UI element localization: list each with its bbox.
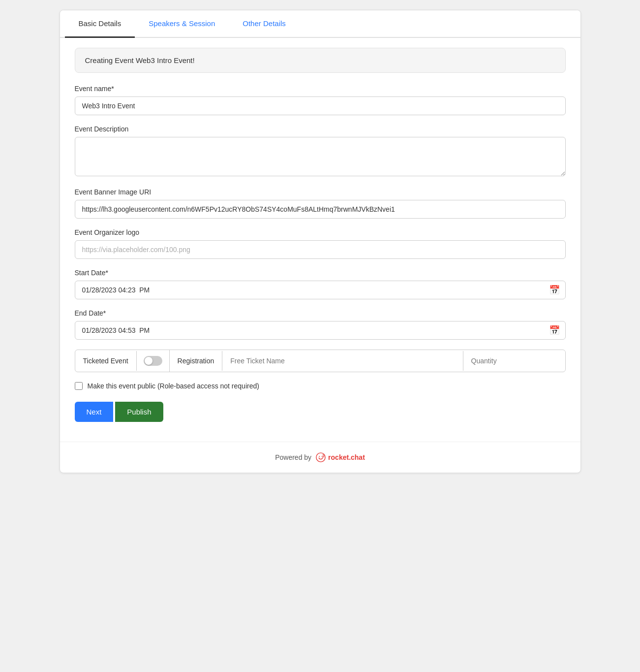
rocket-chat-brand: rocket.chat <box>315 452 365 463</box>
event-banner-label: Event Banner Image URI <box>75 188 566 196</box>
event-organizer-label: Event Organizer logo <box>75 228 566 236</box>
page-wrapper: Basic Details Speakers & Session Other D… <box>60 10 581 473</box>
event-name-input[interactable] <box>75 96 566 115</box>
event-description-group: Event Description <box>75 125 566 178</box>
form-container: Creating Event Web3 Intro Event! Event n… <box>60 38 580 437</box>
tabs-bar: Basic Details Speakers & Session Other D… <box>60 10 580 38</box>
event-name-group: Event name* <box>75 85 566 115</box>
ticketed-toggle-wrapper[interactable] <box>137 350 170 372</box>
footer: Powered by rocket.chat <box>60 442 580 473</box>
event-name-label: Event name* <box>75 85 566 93</box>
info-banner: Creating Event Web3 Intro Event! <box>75 48 566 73</box>
event-banner-input[interactable] <box>75 200 566 219</box>
event-organizer-group: Event Organizer logo <box>75 228 566 259</box>
svg-point-1 <box>319 456 320 457</box>
event-organizer-input[interactable] <box>75 240 566 259</box>
end-date-input[interactable] <box>75 321 566 340</box>
start-date-wrapper: 📅 <box>75 281 566 299</box>
quantity-input[interactable] <box>463 351 565 371</box>
free-ticket-name-input[interactable] <box>222 351 463 371</box>
event-banner-group: Event Banner Image URI <box>75 188 566 219</box>
ticketed-toggle[interactable] <box>144 356 162 366</box>
tab-other-details[interactable]: Other Details <box>229 10 300 38</box>
tab-basic-details[interactable]: Basic Details <box>65 10 135 38</box>
toggle-knob <box>145 357 152 365</box>
start-date-label: Start Date* <box>75 269 566 277</box>
action-buttons: Next Publish <box>75 402 566 422</box>
brand-name: rocket.chat <box>328 453 365 461</box>
powered-by-text: Powered by <box>275 453 311 461</box>
start-date-group: Start Date* 📅 <box>75 269 566 299</box>
ticketed-event-label: Ticketed Event <box>75 351 137 371</box>
event-description-label: Event Description <box>75 125 566 133</box>
end-date-label: End Date* <box>75 309 566 317</box>
publish-button[interactable]: Publish <box>115 402 163 422</box>
public-event-checkbox-row: Make this event public (Role-based acces… <box>75 382 566 390</box>
end-date-wrapper: 📅 <box>75 321 566 340</box>
end-date-group: End Date* 📅 <box>75 309 566 340</box>
start-date-input[interactable] <box>75 281 566 299</box>
registration-label: Registration <box>170 351 223 371</box>
next-button[interactable]: Next <box>75 402 114 422</box>
public-event-checkbox[interactable] <box>75 382 83 390</box>
ticketed-row: Ticketed Event Registration <box>75 350 566 372</box>
svg-point-0 <box>316 453 325 462</box>
info-banner-text: Creating Event Web3 Intro Event! <box>85 56 195 64</box>
tab-speakers-session[interactable]: Speakers & Session <box>135 10 229 38</box>
event-description-textarea[interactable] <box>75 137 566 176</box>
public-event-checkbox-label[interactable]: Make this event public (Role-based acces… <box>88 382 259 390</box>
rocket-icon <box>315 452 326 463</box>
